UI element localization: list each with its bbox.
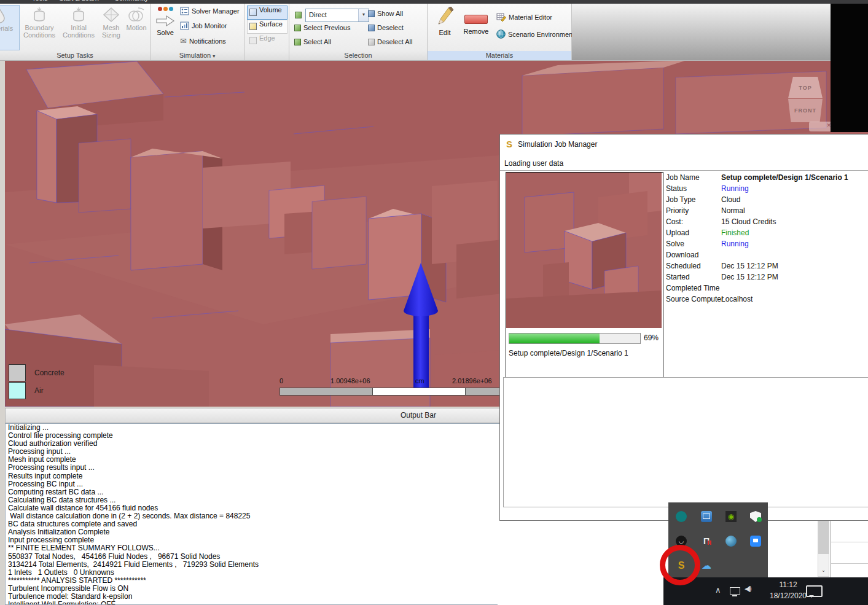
speaker-icon[interactable]: ◀)) — [745, 585, 751, 593]
view-cube[interactable]: TOP FRONT — [788, 77, 823, 123]
edit-material-button[interactable]: Edit — [431, 5, 458, 49]
edge-filter-button[interactable]: Edge — [247, 34, 287, 48]
material-editor-icon — [496, 12, 506, 21]
notifications-button[interactable]: ✉Notifications — [180, 36, 226, 50]
selection-filter-section-label — [244, 51, 289, 60]
scenario-environment-label: Scenario Environment — [508, 31, 574, 38]
remove-material-button[interactable]: Remove — [459, 5, 493, 49]
surface-filter-button[interactable]: Surface — [247, 20, 287, 34]
job-list-empty-panel — [503, 377, 868, 507]
menu-item-community[interactable]: Community — [114, 0, 149, 2]
show-all-button[interactable]: Show All — [368, 9, 403, 23]
vertical-scrollbar[interactable]: ⌄ — [818, 519, 829, 577]
job-caption: Setup complete/Design 1/Scenario 1 — [509, 349, 628, 357]
onedrive-tray-icon[interactable]: ☁ — [701, 560, 712, 571]
simulation-section-label[interactable]: Simulation ▾ — [151, 51, 244, 60]
cost-value: 15 Cloud Credits — [721, 217, 776, 226]
pause-app-tray-icon[interactable]: Π — [701, 536, 712, 547]
priority-value: Normal — [721, 206, 745, 215]
scrollbar-thumb[interactable] — [818, 520, 829, 554]
notifications-label: Notifications — [189, 37, 226, 45]
dialog-title-bar[interactable]: SSimulation Job Manager — [506, 139, 597, 149]
deselect-button[interactable]: Deselect — [368, 23, 404, 37]
motion-button[interactable]: Motion — [125, 5, 148, 49]
detail-row: ScheduledDec 15 12:12 PM — [666, 262, 848, 273]
teal-app-tray-icon[interactable] — [676, 511, 687, 522]
job-type-value: Cloud — [721, 195, 740, 204]
detail-row: SolveRunning — [666, 240, 848, 251]
scrollbar-down-button[interactable]: ⌄ — [818, 566, 829, 576]
tray-expand-chevron-icon[interactable]: ∧ — [715, 585, 721, 595]
concrete-swatch — [9, 364, 26, 381]
job-preview-thumbnail — [506, 173, 662, 328]
mesh-sizing-button[interactable]: Mesh Sizing — [99, 5, 123, 49]
boundary-conditions-button[interactable]: Boundary Conditions — [20, 5, 58, 49]
select-all-icon — [294, 39, 301, 45]
volume-cube-icon — [249, 9, 257, 16]
menu-item-tools[interactable]: Tools — [32, 0, 48, 2]
selection-section-label: Selection — [289, 51, 428, 60]
action-center-icon[interactable] — [806, 585, 823, 597]
material-legend: Concrete Air — [9, 364, 65, 400]
volume-filter-button[interactable]: Volume — [247, 6, 287, 20]
volume-label: Volume — [259, 6, 282, 14]
network-icon[interactable] — [730, 587, 740, 595]
detail-row: Cost:15 Cloud Credits — [666, 217, 848, 228]
select-previous-button[interactable]: Select Previous — [294, 23, 350, 37]
detail-row: Completed Time — [666, 284, 848, 295]
scheduled-value: Dec 15 12:12 PM — [721, 262, 778, 270]
material-editor-button[interactable]: Material Editor — [496, 12, 552, 26]
zoom-tray-icon[interactable] — [750, 536, 761, 547]
job-progress-fill — [509, 334, 600, 343]
scale-min: 0 — [280, 377, 283, 384]
job-preview-panel[interactable]: 69% Setup complete/Design 1/Scenario 1 — [506, 172, 663, 378]
dialog-title: Simulation Job Manager — [518, 140, 597, 149]
select-all-button[interactable]: Select All — [294, 37, 331, 51]
material-editor-label: Material Editor — [509, 14, 552, 21]
remove-label: Remove — [459, 28, 493, 35]
view-cube-top-face[interactable]: TOP — [788, 77, 823, 98]
solver-manager-icon — [180, 7, 189, 15]
red-highlight-annotation — [660, 545, 700, 585]
selection-mode-dropdown[interactable]: Direct ▾ — [305, 9, 369, 22]
notifications-icon: ✉ — [180, 36, 187, 45]
ribbon: Materials Boundary Conditions Initial Co… — [0, 4, 831, 61]
menu-item-start-learn[interactable]: Start & Learn — [59, 0, 99, 2]
navigation-bar[interactable]: ✕ — [809, 122, 832, 131]
materials-button[interactable]: Materials — [0, 5, 20, 50]
deselect-all-button[interactable]: Deselect All — [368, 37, 412, 51]
nvidia-settings-tray-icon[interactable]: ◉ — [725, 511, 737, 522]
status-value: Running — [721, 184, 749, 193]
materials-label: Materials — [0, 25, 19, 32]
job-monitor-icon — [180, 21, 189, 30]
scenario-environment-button[interactable]: Scenario Environment — [496, 29, 574, 43]
ribbon-empty-area — [572, 4, 831, 60]
edge-label: Edge — [259, 34, 275, 42]
dialog-separator — [500, 170, 868, 171]
materials-section-label: Materials — [428, 51, 572, 60]
pc-status-tray-icon[interactable] — [701, 511, 712, 522]
scenario-environment-globe-icon — [496, 29, 506, 39]
scale-max: 2.01896e+06 — [452, 377, 492, 384]
edit-pencil-icon — [436, 7, 454, 28]
simulation-job-manager-dialog[interactable]: SSimulation Job Manager Loading user dat… — [499, 134, 868, 521]
initial-conditions-button[interactable]: Initial Conditions — [60, 5, 98, 49]
selection-mode-value: Direct — [309, 11, 327, 18]
detail-row: Source ComputerLocalhost — [666, 295, 848, 306]
solver-manager-button[interactable]: Solver Manager — [180, 7, 240, 20]
solve-arrow-icon — [155, 14, 175, 28]
dropdown-arrow-icon: ▾ — [358, 9, 369, 21]
view-cube-front-face[interactable]: FRONT — [788, 99, 823, 122]
scale-bar — [280, 388, 502, 396]
solve-button[interactable]: Solve — [152, 5, 178, 49]
globe-app-tray-icon[interactable] — [725, 536, 737, 547]
job-name-value: Setup complete/Design 1/Scenario 1 — [721, 173, 848, 182]
ribbon-section-materials: Edit Remove Material Editor Scenario Env… — [428, 4, 572, 51]
ribbon-section-selection-filter: Volume Surface Edge — [244, 4, 289, 51]
source-computer-value: Localhost — [721, 295, 753, 303]
air-swatch — [9, 382, 26, 399]
boundary-conditions-label: Boundary Conditions — [20, 24, 58, 39]
job-progress-percent: 69% — [644, 334, 659, 342]
job-monitor-button[interactable]: Job Monitor — [180, 21, 227, 35]
job-progress-bar — [509, 333, 641, 344]
